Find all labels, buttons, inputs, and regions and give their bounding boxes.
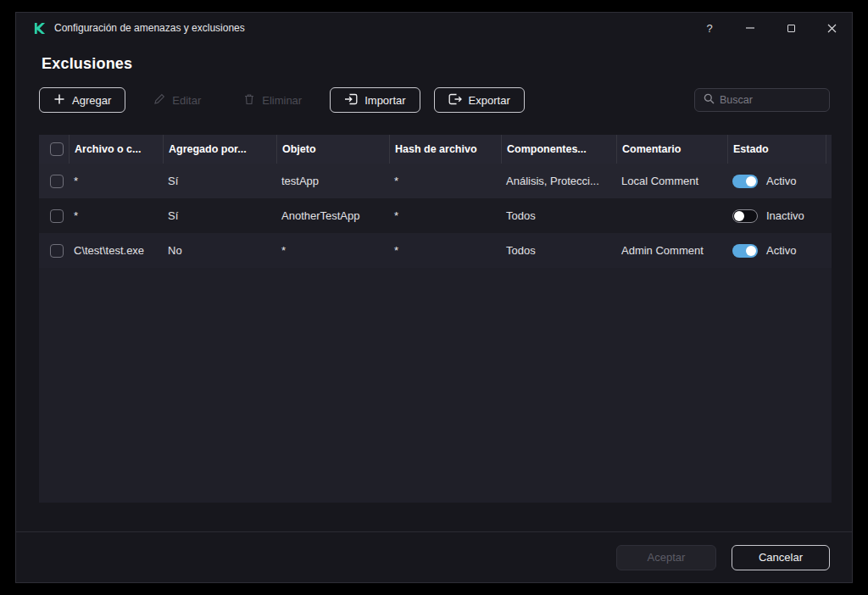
column-header-added-by[interactable]: Agregado por... xyxy=(163,135,276,164)
toolbar: Agregar Editar Eliminar Importar Exporta… xyxy=(39,87,830,113)
cell-object: AnotherTestApp xyxy=(276,209,389,222)
column-header-state[interactable]: Estado xyxy=(727,135,832,164)
cell-components: Análisis, Protecci... xyxy=(501,175,616,187)
export-button[interactable]: Exportar xyxy=(434,87,525,113)
cell-hash: * xyxy=(389,209,501,222)
maximize-button[interactable] xyxy=(771,13,811,43)
cell-comment: Local Comment xyxy=(616,175,727,187)
column-header-object[interactable]: Objeto xyxy=(276,135,389,164)
table-row[interactable]: * Sí testApp * Análisis, Protecci... Loc… xyxy=(39,164,832,198)
cell-added-by: No xyxy=(163,244,276,257)
row-checkbox[interactable] xyxy=(50,244,64,258)
edit-button[interactable]: Editar xyxy=(139,87,215,113)
cancel-button[interactable]: Cancelar xyxy=(732,545,830,570)
cell-components: Todos xyxy=(501,209,616,222)
cell-hash: * xyxy=(389,244,501,257)
row-checkbox[interactable] xyxy=(50,175,64,188)
state-toggle[interactable] xyxy=(732,244,758,258)
import-icon xyxy=(344,93,358,108)
delete-button-label: Eliminar xyxy=(262,94,302,107)
table-row[interactable]: * Sí AnotherTestApp * Todos Inactivo xyxy=(39,198,832,233)
state-label: Activo xyxy=(766,175,796,187)
cell-added-by: Sí xyxy=(163,209,276,222)
exclusions-table: Archivo o c... Agregado por... Objeto Ha… xyxy=(39,135,832,503)
cell-hash: * xyxy=(389,175,501,187)
state-label: Activo xyxy=(766,244,796,257)
cell-file: * xyxy=(69,209,163,222)
minimize-button[interactable] xyxy=(730,13,771,43)
select-all-checkbox[interactable] xyxy=(50,142,64,156)
export-button-label: Exportar xyxy=(469,94,510,107)
state-label: Inactivo xyxy=(766,209,804,222)
add-button-label: Agregar xyxy=(72,94,111,107)
window-controls: ? xyxy=(689,13,852,43)
plus-icon xyxy=(53,93,65,108)
pencil-icon xyxy=(153,93,165,108)
trash-icon xyxy=(243,93,255,108)
state-toggle[interactable] xyxy=(732,209,758,223)
help-button[interactable]: ? xyxy=(689,13,730,43)
delete-button[interactable]: Eliminar xyxy=(229,87,316,113)
export-icon xyxy=(448,93,462,108)
cell-file: C\test\test.exe xyxy=(69,244,163,257)
search-input[interactable] xyxy=(720,94,821,106)
cell-object: testApp xyxy=(276,175,389,187)
column-header-comment[interactable]: Comentario xyxy=(616,135,727,164)
column-header-components[interactable]: Componentes... xyxy=(501,135,616,164)
table-header-row: Archivo o c... Agregado por... Objeto Ha… xyxy=(39,135,832,164)
titlebar: Configuración de amenazas y exclusiones … xyxy=(16,13,852,43)
add-button[interactable]: Agregar xyxy=(39,87,125,113)
page-title: Exclusiones xyxy=(42,55,852,73)
footer: Aceptar Cancelar xyxy=(16,531,852,582)
close-button[interactable] xyxy=(811,13,852,43)
table-row[interactable]: C\test\test.exe No * * Todos Admin Comme… xyxy=(39,233,832,268)
kaspersky-logo-icon xyxy=(33,22,46,35)
app-window: Configuración de amenazas y exclusiones … xyxy=(15,12,853,583)
cell-components: Todos xyxy=(501,244,616,257)
cell-file: * xyxy=(69,175,163,187)
cell-comment: Admin Comment xyxy=(616,244,727,257)
import-button-label: Importar xyxy=(364,94,405,107)
state-toggle[interactable] xyxy=(732,175,758,188)
search-icon xyxy=(704,92,715,108)
column-header-file[interactable]: Archivo o c... xyxy=(69,135,163,164)
search-box xyxy=(694,88,830,112)
cell-added-by: Sí xyxy=(163,175,276,187)
accept-button[interactable]: Aceptar xyxy=(616,545,716,570)
window-title: Configuración de amenazas y exclusiones xyxy=(54,22,245,34)
cell-object: * xyxy=(276,244,389,257)
edit-button-label: Editar xyxy=(172,94,201,107)
import-button[interactable]: Importar xyxy=(330,87,420,113)
column-header-hash[interactable]: Hash de archivo xyxy=(389,135,501,164)
row-checkbox[interactable] xyxy=(50,209,64,223)
